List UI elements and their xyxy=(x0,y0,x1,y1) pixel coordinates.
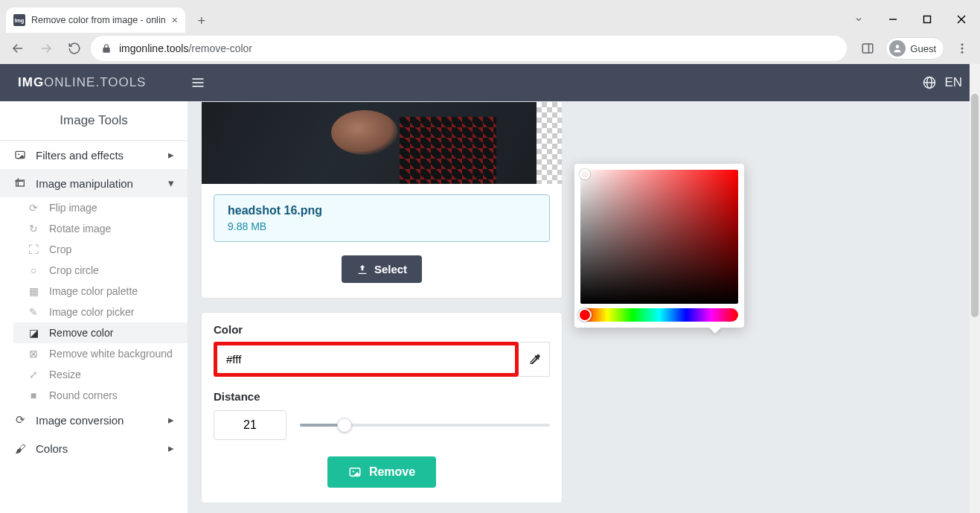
sidebar-group-colors[interactable]: 🖌 Colors ▸ xyxy=(0,434,188,462)
upload-icon xyxy=(356,264,368,275)
remove-icon: ◪ xyxy=(27,327,40,339)
svg-point-10 xyxy=(961,48,964,50)
scrollbar-thumb[interactable] xyxy=(971,94,979,317)
browser-chrome: Remove color from image - onlin × + imgo… xyxy=(0,0,980,64)
panel-icon[interactable] xyxy=(856,36,880,60)
transparency-checker xyxy=(537,102,562,184)
sidebar-item-crop[interactable]: ⛶Crop xyxy=(13,239,188,260)
chevron-down-icon: ▾ xyxy=(168,176,174,190)
color-label: Color xyxy=(214,323,550,336)
file-size: 9.88 MB xyxy=(228,220,536,232)
kebab-menu-icon[interactable] xyxy=(950,36,974,60)
site-logo[interactable]: IMGONLINE.TOOLS xyxy=(18,75,146,90)
hue-slider[interactable] xyxy=(580,308,738,322)
sidebar-group-filters[interactable]: Filters and effects ▸ xyxy=(0,141,188,169)
rotate-icon: ↻ xyxy=(27,223,40,235)
image-icon xyxy=(13,149,27,161)
minimize-button[interactable] xyxy=(879,8,907,31)
sidebar-item-crop-circle[interactable]: ○Crop circle xyxy=(13,260,188,281)
svg-rect-1 xyxy=(924,16,931,23)
lock-icon xyxy=(101,43,112,54)
sidebar-item-color-picker[interactable]: ✎Image color picker xyxy=(13,302,188,322)
sidebar: Image Tools Filters and effects ▸ Image … xyxy=(0,101,188,513)
eyedropper-icon: ✎ xyxy=(27,306,40,318)
nav-forward-button[interactable] xyxy=(34,36,58,60)
maximize-button[interactable] xyxy=(913,8,941,31)
sidebar-group-label: Image conversion xyxy=(36,414,124,427)
svg-point-24 xyxy=(353,471,354,472)
color-input[interactable] xyxy=(217,345,515,373)
image-icon xyxy=(348,465,362,479)
popover-arrow xyxy=(708,327,722,334)
square-icon: ■ xyxy=(27,389,40,401)
circle-icon: ○ xyxy=(27,264,40,276)
file-name: headshot 16.png xyxy=(228,204,536,217)
image-preview xyxy=(202,102,562,184)
chevron-right-icon: ▸ xyxy=(168,413,174,427)
main-content: headshot 16.png 9.88 MB Select Color xyxy=(188,101,980,513)
file-info-chip: headshot 16.png 9.88 MB xyxy=(214,194,550,242)
sidebar-submenu-manipulation: ⟳Flip image ↻Rotate image ⛶Crop ○Crop ci… xyxy=(0,197,188,406)
svg-point-11 xyxy=(961,51,964,54)
refresh-icon: ⟳ xyxy=(27,202,40,214)
color-picker-popover[interactable] xyxy=(574,164,744,328)
chevron-right-icon: ▸ xyxy=(168,148,174,162)
resize-icon: ⤢ xyxy=(27,369,40,380)
refresh-icon: ⟳ xyxy=(13,413,27,427)
language-label: EN xyxy=(944,75,962,90)
image-icon: ▦ xyxy=(27,285,40,297)
chevron-right-icon: ▸ xyxy=(168,442,174,455)
sidebar-group-conversion[interactable]: ⟳ Image conversion ▸ xyxy=(0,406,188,434)
sidebar-item-remove-white[interactable]: ⊠Remove white background xyxy=(13,343,188,364)
page-scrollbar[interactable] xyxy=(970,64,980,513)
favicon xyxy=(13,14,25,26)
distance-slider[interactable] xyxy=(300,418,550,433)
upload-card: headshot 16.png 9.88 MB Select xyxy=(201,101,563,299)
svg-rect-6 xyxy=(863,44,874,53)
svg-point-9 xyxy=(961,43,964,45)
sidebar-item-rotate[interactable]: ↻Rotate image xyxy=(13,218,188,239)
language-switch[interactable]: EN xyxy=(922,75,962,90)
crop-icon xyxy=(13,177,27,189)
hue-thumb[interactable] xyxy=(578,308,592,322)
menu-toggle-button[interactable] xyxy=(190,75,205,90)
remove-button[interactable]: Remove xyxy=(327,456,436,488)
color-input-highlight xyxy=(214,342,519,377)
tab-strip: Remove color from image - onlin × + xyxy=(0,6,980,33)
sidebar-item-flip[interactable]: ⟳Flip image xyxy=(13,197,188,218)
brush-icon: 🖌 xyxy=(13,442,27,455)
nav-back-button[interactable] xyxy=(6,36,30,60)
sidebar-group-manipulation[interactable]: Image manipulation ▾ xyxy=(0,169,188,197)
sidebar-title: Image Tools xyxy=(0,101,188,141)
sidebar-item-palette[interactable]: ▦Image color palette xyxy=(13,281,188,302)
options-card: Color Distance xyxy=(201,312,563,503)
tab-title: Remove color from image - onlin xyxy=(31,15,166,25)
saturation-value-panel[interactable] xyxy=(580,170,738,304)
app-header: IMGONLINE.TOOLS EN xyxy=(0,64,980,101)
eyedropper-button[interactable] xyxy=(519,342,550,377)
address-bar[interactable]: imgonline.tools/remove-color xyxy=(91,36,847,61)
tab-close-icon[interactable]: × xyxy=(172,14,178,26)
sidebar-item-resize[interactable]: ⤢Resize xyxy=(13,364,188,385)
close-window-button[interactable] xyxy=(947,8,976,31)
distance-input[interactable] xyxy=(214,410,286,440)
eyedropper-icon xyxy=(528,353,541,366)
crop-icon: ⛶ xyxy=(27,243,40,255)
sidebar-item-remove-color[interactable]: ◪Remove color xyxy=(13,322,188,343)
reload-button[interactable] xyxy=(63,36,86,60)
sv-cursor[interactable] xyxy=(580,169,590,179)
chevron-down-icon[interactable] xyxy=(845,8,873,31)
slider-thumb[interactable] xyxy=(337,418,352,433)
svg-point-8 xyxy=(896,45,900,48)
browser-tab[interactable]: Remove color from image - onlin × xyxy=(6,7,185,33)
browser-toolbar: imgonline.tools/remove-color Guest xyxy=(0,33,980,64)
sidebar-item-round-corners[interactable]: ■Round corners xyxy=(13,385,188,406)
remove-bg-icon: ⊠ xyxy=(27,348,40,360)
new-tab-button[interactable]: + xyxy=(191,10,212,31)
profile-chip[interactable]: Guest xyxy=(885,37,944,60)
avatar-icon xyxy=(889,40,906,57)
svg-point-19 xyxy=(18,153,19,155)
profile-label: Guest xyxy=(910,43,936,54)
distance-label: Distance xyxy=(214,390,550,403)
select-file-button[interactable]: Select xyxy=(342,255,422,283)
